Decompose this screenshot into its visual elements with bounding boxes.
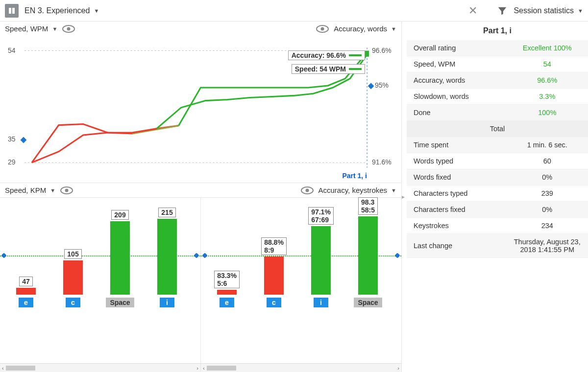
key-badge[interactable]: e	[19, 298, 33, 307]
accuracy-keystrokes-bar-chart: 83.3% 5:6e88.8% 8:9c97.1% 67:69i98.3 58:…	[201, 198, 401, 372]
bar-c: 105c	[58, 249, 88, 307]
key-badge[interactable]: c	[267, 298, 281, 307]
stats-label: Overall rating	[407, 40, 507, 56]
stats-label: Slowdown, words	[407, 89, 507, 105]
stats-label: Accuracy, words	[407, 72, 507, 89]
stats-label: Characters fixed	[407, 202, 507, 218]
stats-row: Overall ratingExcellent 100%	[407, 40, 588, 56]
svg-text:91.6%: 91.6%	[372, 158, 392, 166]
bar-rect	[264, 256, 284, 295]
caret-down-icon: ▼	[94, 8, 99, 14]
stats-row: Keystrokes234	[407, 218, 588, 234]
stats-value: 3.3%	[507, 89, 588, 105]
stats-value: Excellent 100%	[507, 40, 588, 56]
stats-label: Words fixed	[407, 169, 507, 186]
svg-rect-16	[368, 83, 374, 89]
key-badge[interactable]: e	[220, 298, 234, 307]
stats-value: 96.6%	[507, 72, 588, 89]
stats-label: Characters typed	[407, 186, 507, 202]
bar-rect	[358, 216, 378, 295]
stats-value: 60	[507, 153, 588, 169]
stats-label: Done	[407, 105, 507, 121]
eye-icon[interactable]	[62, 25, 75, 33]
svg-text:35: 35	[8, 135, 16, 143]
svg-rect-18	[365, 53, 369, 57]
stats-value: 1 min. 6 sec.	[507, 137, 588, 153]
bar-e: 47e	[11, 277, 41, 307]
course-icon	[5, 4, 19, 18]
bar-e: 83.3% 5:6e	[212, 271, 242, 307]
stats-row: Characters fixed0%	[407, 202, 588, 218]
stats-row: Last changeThursday, August 23, 2018 1:4…	[407, 234, 588, 258]
caret-down-icon: ▼	[52, 26, 57, 32]
caret-down-icon: ▼	[50, 187, 55, 193]
stats-row: Done100%	[407, 105, 588, 121]
key-badge[interactable]: i	[160, 298, 174, 307]
accuracy-keystrokes-dropdown[interactable]: Accuracy, keystrokes ▼	[318, 186, 397, 194]
part-label: Part 1, i	[342, 172, 367, 180]
stats-value: 239	[507, 186, 588, 202]
bar-value-label: 105	[64, 249, 81, 259]
stats-row: Accuracy, words96.6%	[407, 72, 588, 89]
session-stats-dropdown[interactable]: Session statistics ▼	[514, 6, 583, 15]
scrollbar[interactable]: ‹›	[201, 363, 401, 372]
svg-rect-15	[21, 137, 27, 143]
bar-value-label: 215	[158, 208, 175, 217]
speed-annotation: Speed: 54 WPM	[292, 64, 365, 74]
stats-panel: Part 1, i Overall ratingExcellent 100%Sp…	[407, 22, 588, 372]
stats-row: Speed, WPM54	[407, 56, 588, 72]
stats-row: Characters typed239	[407, 186, 588, 202]
key-badge[interactable]: c	[66, 298, 80, 307]
speed-wpm-dropdown[interactable]: Speed, WPM ▼	[5, 24, 57, 33]
eye-icon[interactable]	[60, 186, 73, 194]
bar-Space: 98.3 58:5Space	[353, 197, 383, 307]
scrollbar[interactable]: ‹›	[0, 363, 200, 372]
svg-point-5	[321, 27, 324, 30]
course-label: EN 3. Experienced	[24, 6, 90, 15]
speed-kpm-dropdown[interactable]: Speed, KPM ▼	[5, 186, 55, 194]
bar-i: 97.1% 67:69i	[306, 207, 336, 307]
bar-c: 88.8% 8:9c	[259, 237, 289, 307]
stats-section-total: Total	[407, 121, 588, 137]
stats-row: Time spent1 min. 6 sec.	[407, 137, 588, 153]
key-badge[interactable]: i	[314, 298, 328, 307]
caret-down-icon: ▼	[391, 26, 396, 32]
key-badge[interactable]: Space	[354, 298, 382, 307]
speed-kpm-bar-chart: 47e105c209Space215i ‹›	[0, 198, 201, 372]
stats-label: Last change	[407, 234, 507, 258]
stats-row: Words typed60	[407, 153, 588, 169]
stats-label: Words typed	[407, 153, 507, 169]
course-selector[interactable]: EN 3. Experienced ▼	[24, 6, 99, 15]
svg-text:54: 54	[8, 46, 16, 54]
bar-value-label: 83.3% 5:6	[214, 271, 240, 288]
caret-down-icon: ▼	[578, 8, 583, 14]
bar-value-label: 97.1% 67:69	[308, 207, 334, 225]
accuracy-annotation: Accuracy: 96.6%	[288, 50, 365, 60]
bar-i: 215i	[152, 208, 182, 307]
funnel-icon[interactable]	[497, 5, 508, 16]
svg-point-20	[65, 188, 69, 192]
bar-value-label: 47	[19, 277, 33, 286]
eye-icon[interactable]	[301, 186, 314, 194]
stats-row: Words fixed0%	[407, 169, 588, 186]
stats-value: 100%	[507, 105, 588, 121]
bar-rect	[311, 226, 331, 295]
panel-expand-handle[interactable]: ▸	[402, 193, 407, 200]
top-chart-header: Speed, WPM ▼ Accuracy, words ▼	[0, 22, 401, 36]
svg-text:96.6%: 96.6%	[372, 46, 392, 54]
bar-rect	[63, 260, 83, 295]
stats-value: Thursday, August 23, 2018 1:41:55 PM	[507, 234, 588, 258]
session-stats-label: Session statistics	[514, 6, 574, 15]
stats-label: Keystrokes	[407, 218, 507, 234]
eye-icon[interactable]	[316, 25, 329, 33]
bar-rect	[157, 219, 177, 295]
stats-label: Speed, WPM	[407, 56, 507, 72]
accuracy-words-dropdown[interactable]: Accuracy, words ▼	[334, 24, 396, 33]
caret-down-icon: ▼	[391, 187, 396, 193]
key-badge[interactable]: Space	[106, 298, 134, 307]
bar-rect	[110, 221, 130, 295]
bar-value-label: 209	[111, 210, 128, 220]
close-icon[interactable]: ✕	[468, 4, 477, 17]
bottom-chart-header: Speed, KPM ▼ Accuracy, keystrokes ▼	[0, 183, 401, 197]
stats-value: 234	[507, 218, 588, 234]
